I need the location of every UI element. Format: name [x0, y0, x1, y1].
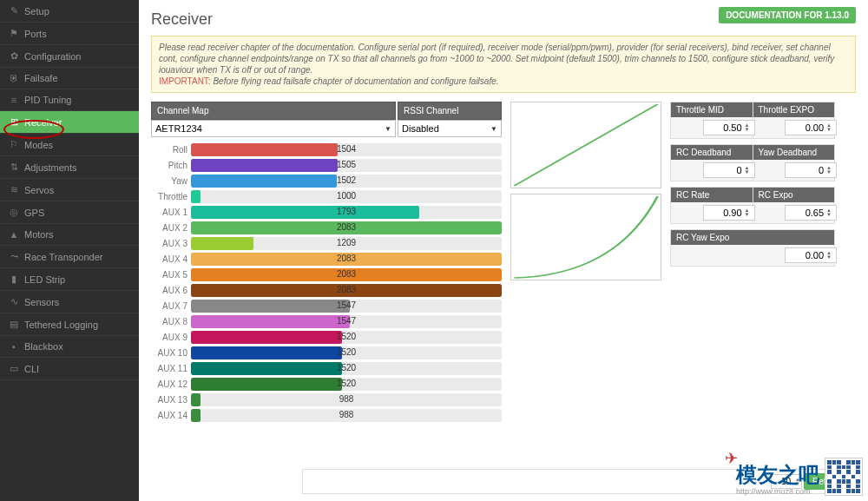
race-transponder-icon: ⤳	[9, 251, 19, 262]
sidebar-item-motors[interactable]: ▲Motors	[0, 224, 139, 246]
sidebar-item-label: Blackbox	[24, 341, 63, 352]
led-strip-icon: ▮	[9, 274, 19, 285]
channel-label: AUX 12	[151, 379, 187, 389]
sidebar-item-label: Receiver	[24, 117, 62, 128]
param-label: RC Rate	[671, 188, 753, 202]
channel-row-aux-6: AUX 6 2083	[151, 283, 502, 298]
channel-label: AUX 10	[151, 348, 187, 358]
sidebar-item-failsafe[interactable]: ⛨Failsafe	[0, 68, 139, 89]
sidebar-item-setup[interactable]: ✎Setup	[0, 0, 139, 23]
bottom-toolbar: ▲▼ Refresh	[302, 469, 856, 494]
sidebar-item-receiver[interactable]: ⊞Receiver	[0, 111, 139, 134]
param-group: RC Deadband Yaw Deadband ▲▼ ▲▼	[670, 144, 835, 181]
param-label: Yaw Deadband	[753, 145, 835, 160]
channel-bar: 2083	[191, 253, 502, 266]
channel-bar: 1505	[191, 159, 502, 172]
throttle-curve-graph	[510, 102, 661, 188]
tuning-parameters: Throttle MID Throttle EXPO ▲▼ ▲▼ RC D	[670, 102, 835, 424]
channel-label: Roll	[151, 145, 187, 155]
receiver-icon: ⊞	[9, 116, 19, 128]
channel-label: AUX 9	[151, 333, 187, 342]
spinner-icon[interactable]: ▲▼	[745, 166, 750, 175]
spinner-icon[interactable]: ▲▼	[826, 123, 832, 132]
sidebar-item-configuration[interactable]: ✿Configuration	[0, 45, 139, 68]
channel-label: AUX 11	[151, 364, 187, 373]
channel-label: AUX 1	[151, 208, 187, 217]
channel-row-aux-2: AUX 2 2083	[151, 221, 502, 235]
channel-row-aux-8: AUX 8 1547	[151, 314, 502, 329]
channel-row-aux-7: AUX 7 1547	[151, 299, 502, 313]
sidebar-item-led-strip[interactable]: ▮LED Strip	[0, 268, 139, 291]
sidebar-item-label: Sensors	[24, 297, 59, 307]
servos-icon: ≋	[9, 184, 19, 195]
motors-icon: ▲	[9, 229, 19, 240]
documentation-badge[interactable]: DOCUMENTATION FOR 1.13.0	[719, 7, 856, 23]
sidebar-item-label: Failsafe	[24, 73, 58, 83]
sidebar-item-label: Modes	[24, 140, 53, 150]
sidebar-item-label: PID Tuning	[24, 95, 71, 105]
sidebar-item-ports[interactable]: ⚑Ports	[0, 23, 139, 45]
rc-expo-curve-graph	[510, 194, 661, 280]
channel-row-aux-14: AUX 14 988	[151, 408, 502, 423]
channel-map-select[interactable]: AETR1234 ▼	[151, 120, 396, 137]
sidebar-item-tethered-logging[interactable]: ▤Tethered Logging	[0, 313, 139, 336]
spinner-icon[interactable]: ▲▼	[826, 166, 832, 175]
sidebar-item-gps[interactable]: ◎GPS	[0, 201, 139, 224]
channel-row-aux-4: AUX 4 2083	[151, 252, 502, 267]
channel-row-roll: Roll 1504	[151, 142, 502, 157]
caret-down-icon: ▼	[385, 125, 391, 133]
channel-value: 988	[191, 394, 502, 404]
channel-bar: 1793	[191, 206, 502, 219]
cli-icon: ▭	[9, 363, 19, 374]
channel-label: AUX 7	[151, 301, 187, 311]
channel-bar: 1000	[191, 190, 502, 203]
sidebar: ✎Setup⚑Ports✿Configuration⛨Failsafe≡PID …	[0, 0, 139, 501]
channel-bar: 1502	[191, 175, 502, 188]
channel-bar: 1520	[191, 378, 502, 391]
sidebar-item-label: GPS	[24, 208, 44, 218]
spinner-icon[interactable]: ▲▼	[826, 208, 832, 217]
sidebar-item-label: CLI	[24, 364, 39, 374]
tethered-logging-icon: ▤	[9, 319, 19, 330]
channel-bars: Roll 1504 Pitch 1505 Yaw 1502 Throttle 1…	[151, 142, 502, 423]
channel-value: 988	[191, 410, 502, 419]
qr-code	[825, 458, 863, 496]
channel-map-value: AETR1234	[155, 123, 202, 134]
param-label: Throttle MID	[671, 102, 753, 117]
important-text: Before flying read failsafe chapter of d…	[213, 76, 498, 86]
rssi-value: Disabled	[402, 123, 439, 134]
param-label: RC Yaw Expo	[671, 230, 834, 245]
channel-label: Throttle	[151, 192, 187, 201]
sidebar-item-race-transponder[interactable]: ⤳Race Transponder	[0, 246, 139, 268]
channel-label: AUX 8	[151, 317, 187, 326]
sidebar-item-label: LED Strip	[24, 274, 65, 285]
channel-row-aux-12: AUX 12 1520	[151, 377, 502, 392]
sidebar-item-label: Ports	[24, 29, 47, 39]
adjustments-icon: ⇅	[9, 162, 19, 173]
sidebar-item-label: Adjustments	[24, 162, 77, 173]
sidebar-item-adjustments[interactable]: ⇅Adjustments	[0, 156, 139, 179]
channel-row-aux-5: AUX 5 2083	[151, 267, 502, 282]
configuration-icon: ✿	[9, 50, 19, 62]
sidebar-item-blackbox[interactable]: ▪Blackbox	[0, 336, 139, 358]
info-text: Please read receiver chapter of the docu…	[159, 43, 834, 75]
channel-bar: 1520	[191, 346, 502, 359]
channel-label: AUX 6	[151, 286, 187, 295]
sidebar-item-cli[interactable]: ▭CLI	[0, 358, 139, 380]
spinner-icon[interactable]: ▲▼	[745, 208, 750, 217]
sidebar-item-label: Motors	[24, 229, 54, 240]
setup-icon: ✎	[9, 5, 19, 16]
spinner-icon[interactable]: ▲▼	[826, 251, 832, 260]
sidebar-item-servos[interactable]: ≋Servos	[0, 179, 139, 201]
rssi-channel-select[interactable]: Disabled ▼	[398, 120, 502, 137]
spinner-icon[interactable]: ▲▼	[795, 478, 800, 486]
spinner-icon[interactable]: ▲▼	[745, 123, 750, 132]
sidebar-item-pid-tuning[interactable]: ≡PID Tuning	[0, 89, 139, 111]
channel-row-pitch: Pitch 1505	[151, 158, 502, 173]
ports-icon: ⚑	[9, 28, 19, 39]
channel-row-aux-11: AUX 11 1520	[151, 361, 502, 376]
sidebar-item-modes[interactable]: ⚐Modes	[0, 134, 139, 156]
channel-bar: 988	[191, 409, 502, 422]
sidebar-item-sensors[interactable]: ∿Sensors	[0, 291, 139, 313]
channel-row-aux-13: AUX 13 988	[151, 392, 502, 407]
